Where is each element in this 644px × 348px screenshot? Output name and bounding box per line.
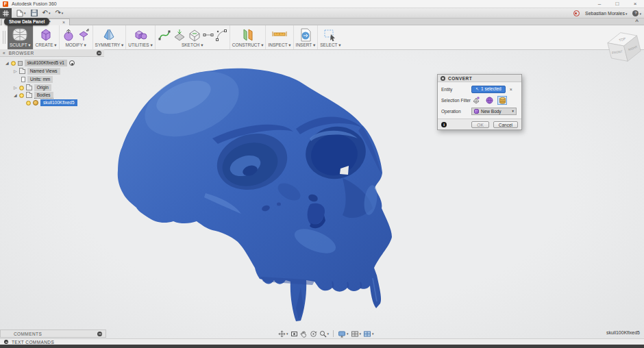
ribbon-group-create[interactable]: CREATE ▾ [34, 25, 60, 49]
expand-icon-root[interactable]: ◢ [5, 60, 9, 66]
named-views-label[interactable]: Named Views [27, 68, 60, 75]
ribbon-label-create: CREATE [36, 42, 53, 47]
entity-selection-chip[interactable]: ↖ 1 selected [471, 86, 506, 93]
viewports-icon [363, 330, 371, 338]
ribbon-label-construct: CONSTRUCT [232, 42, 260, 47]
tab-close-icon[interactable]: × [62, 20, 65, 25]
root-component-label[interactable]: skull100Kfixed5 v1 [25, 60, 67, 66]
ribbon-group-construct[interactable]: CONSTRUCT ▾ [230, 25, 267, 49]
insert-icon [299, 27, 312, 42]
comments-panel-header[interactable]: COMMENTS [0, 330, 106, 338]
browser-row-bodies[interactable]: ◢ Bodies [14, 92, 53, 99]
modify-crease-icon [62, 27, 75, 42]
operation-label: Operation [441, 109, 471, 114]
ribbon-toolbar: SCULPT ▾ CREATE ▾ MODIFY ▾ SYMMETRY ▾ UT… [0, 25, 644, 50]
toolbar-collapse-chevron[interactable]: ^ [635, 18, 639, 25]
fusion-logo-icon: F [3, 1, 8, 7]
file-icon [16, 10, 23, 17]
convert-dialog-header[interactable]: CONVERT [438, 75, 521, 82]
help-menu[interactable]: ? ▾ [632, 10, 641, 16]
browser-header: « BROWSER [0, 49, 104, 57]
user-menu[interactable]: Sebastian Morales ▾ [585, 11, 628, 16]
display-settings-icon [338, 330, 346, 338]
visibility-bulb-icon[interactable] [26, 101, 31, 105]
mesh-body-icon [33, 100, 38, 105]
ribbon-group-sculpt[interactable]: SCULPT ▾ [8, 25, 34, 49]
expand-icon-origin[interactable]: ▷ [14, 84, 17, 91]
cursor-icon: ↖ [475, 86, 479, 92]
ribbon-drag-handle[interactable] [3, 31, 5, 44]
navigation-bar: ▾ ▾ ▾ ▾ ▾ [278, 330, 374, 338]
info-icon[interactable]: i [441, 122, 447, 127]
close-button[interactable]: × [626, 0, 644, 8]
visibility-bulb-icon[interactable] [19, 93, 24, 98]
display-settings-button[interactable]: ▾ [338, 330, 349, 338]
orbit-button[interactable] [310, 330, 317, 338]
help-icon: ? [632, 10, 639, 16]
look-at-button[interactable] [290, 330, 298, 338]
component-cube-icon [18, 61, 23, 66]
file-menu-button[interactable]: ▾ [16, 10, 26, 17]
dialog-footer: i OK Cancel [438, 119, 521, 129]
fusion360-window: F Autodesk Fusion 360 – □ × ▾ ↶ ▾ [0, 0, 644, 348]
browser-row-units[interactable]: Units: mm [21, 76, 53, 83]
browser-row-root[interactable]: ◢ skull100Kfixed5 v1 [5, 60, 75, 66]
redo-button[interactable]: ↷ ▾ [55, 10, 63, 16]
browser-row-named-views[interactable]: ▷ Named Views [14, 68, 60, 75]
symmetry-icon [101, 27, 116, 42]
skull-mesh-body[interactable] [110, 62, 411, 329]
ribbon-group-select[interactable]: SELECT ▾ [318, 25, 343, 49]
browser-collapse-icon[interactable]: « [3, 51, 5, 55]
comments-settings-icon[interactable] [97, 332, 102, 336]
visibility-bulb-icon[interactable] [19, 86, 24, 90]
fit-icon [278, 330, 286, 338]
data-panel-toggle-button[interactable] [0, 8, 12, 18]
browser-display-settings-icon[interactable] [97, 51, 101, 55]
operation-dropdown[interactable]: New Body ▾ [471, 108, 517, 115]
visibility-bulb-icon[interactable] [11, 61, 16, 66]
clear-selection-icon[interactable]: × [510, 87, 512, 92]
selection-filter-row: Selection Filter [441, 96, 518, 104]
grid-settings-button[interactable]: ▾ [351, 330, 362, 338]
quick-access-toolbar: ▾ ↶ ▾ ↷ ▾ Sebastian Morales ▾ ? ▾ [0, 8, 644, 18]
folder-icon [19, 69, 25, 74]
ribbon-group-inspect[interactable]: INSPECT ▾ [266, 25, 293, 49]
filter-body-button[interactable] [484, 96, 494, 105]
undo-button[interactable]: ↶ ▾ [42, 10, 51, 16]
viewports-button[interactable]: ▾ [363, 330, 374, 338]
look-at-icon [290, 330, 298, 338]
save-icon [31, 10, 38, 16]
filter-mesh-body-button[interactable] [497, 96, 507, 105]
pan-button[interactable] [300, 330, 308, 338]
bodies-folder-label[interactable]: Bodies [34, 92, 53, 99]
selected-body-label[interactable]: skull100Kfixed5 [40, 99, 77, 106]
ribbon-group-symmetry[interactable]: SYMMETRY ▾ [93, 25, 127, 49]
dialog-title: CONVERT [448, 76, 472, 81]
minimize-button[interactable]: – [591, 0, 608, 8]
expand-icon-named-views[interactable]: ▷ [14, 68, 17, 75]
browser-row-body[interactable]: skull100Kfixed5 [26, 99, 77, 106]
origin-label[interactable]: Origin [34, 84, 51, 91]
text-commands-bar[interactable]: TEXT COMMANDS [0, 338, 644, 345]
text-commands-icon [4, 340, 8, 344]
maximize-button[interactable]: □ [608, 0, 626, 8]
expand-icon-bodies[interactable]: ◢ [14, 92, 17, 99]
username: Sebastian Morales [585, 11, 625, 16]
ribbon-label-inspect: INSPECT [268, 42, 287, 47]
zoom-button[interactable]: ▾ [319, 330, 330, 338]
ribbon-group-utilities[interactable]: UTILITIES ▾ [126, 25, 155, 49]
cancel-button[interactable]: Cancel [493, 121, 518, 128]
entity-label: Entity [441, 87, 471, 92]
ribbon-group-insert[interactable]: INSERT ▾ [294, 25, 319, 49]
ok-button[interactable]: OK [471, 121, 488, 128]
filter-mesh-section-button[interactable] [471, 96, 481, 105]
fit-view-button[interactable]: ▾ [278, 330, 288, 338]
save-button[interactable] [31, 10, 38, 16]
record-icon[interactable] [573, 10, 580, 16]
view-cube[interactable]: TOP FRONT RIGHT [603, 25, 644, 69]
ribbon-group-modify[interactable]: MODIFY ▾ [60, 25, 93, 49]
units-label[interactable]: Units: mm [27, 76, 53, 83]
browser-row-origin[interactable]: ▷ Origin [14, 84, 51, 91]
activate-component-radio[interactable] [69, 60, 75, 66]
ribbon-group-sketch[interactable]: SKETCH ▾ [156, 25, 230, 49]
